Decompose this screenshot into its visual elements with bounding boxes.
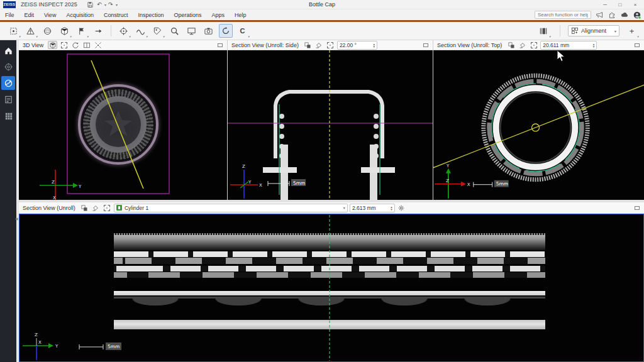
zoom-fit-icon[interactable] [103,204,112,212]
tool-arrow-icon[interactable] [92,24,106,38]
alignment-dropdown[interactable]: Alignment ▾ [568,25,619,36]
menu-edit[interactable]: Edit [19,11,40,19]
element-dropdown[interactable]: Cylinder 1 ▾ [114,204,348,212]
announcements-icon[interactable] [595,11,604,19]
rotate-view-icon[interactable] [70,41,80,49]
menu-apps[interactable]: Apps [207,11,230,19]
workspace-sidebar [0,40,16,362]
tool-sphere-icon[interactable] [41,24,55,38]
tool-target-icon[interactable]: ▾ [117,24,131,38]
panel-title: Section View (Unroll) [23,205,75,211]
section-side-overlay: Z X Y 5mm [228,50,433,200]
sidebar-item-digitize[interactable] [1,60,15,74]
menu-view[interactable]: View [39,11,61,19]
title-bar: ZEISS ZEISS INSPECT 2025 ↶ ▾ ↷ ▾ Bottle … [0,0,644,9]
section-plane-icon[interactable] [80,204,89,212]
sidebar-item-apps[interactable] [1,109,15,123]
svg-text:X: X [53,195,56,200]
maximize-panel-icon[interactable] [215,41,225,49]
svg-text:Z: Z [446,178,449,184]
unroll-settings-gear-icon[interactable] [397,204,406,212]
svg-text:Z: Z [52,180,55,185]
section-plane-icon[interactable] [506,41,516,49]
tool-display-icon[interactable] [185,24,199,38]
tool-barcode-icon[interactable]: ▾ [537,24,551,38]
tool-compare-button[interactable]: C▾ [236,24,250,38]
save-button[interactable] [86,1,95,8]
menu-construct[interactable]: Construct [99,11,133,19]
unroll-icon[interactable] [91,204,101,212]
svg-text:X: X [38,340,42,345]
tool-section-icon[interactable]: ▾ [134,24,148,38]
redo-button[interactable]: ↷ [106,1,115,8]
split-view-icon[interactable] [82,41,91,49]
svg-text:Y: Y [78,184,82,189]
maximize-button[interactable]: □ [613,0,628,9]
section-unroll-overlay: Z Y X 5mm [19,214,643,361]
view-3d-canvas[interactable]: Z Y X [19,50,227,200]
svg-text:Y: Y [248,180,252,185]
thickness-spinner[interactable]: 2.613 mm ▴▾ [350,204,395,212]
maximize-panel-icon[interactable] [632,41,641,49]
menu-acquisition[interactable]: Acquisition [61,11,99,19]
maximize-panel-icon[interactable] [632,204,641,212]
panel-title: Section View (Unroll: Top) [437,42,502,48]
svg-text:5mm: 5mm [108,344,119,349]
redo-caret-icon[interactable]: ▾ [116,3,118,7]
main-toolbar: ▾ ▾ ▾ ▾ ▾ ▾ ▾ C▾ ▾ Alignment ▾ +▾ [0,22,644,40]
search-input[interactable] [535,11,591,19]
section-top-canvas[interactable]: Y X Z 5mm [433,50,644,200]
minimize-button[interactable]: ─ [597,0,613,9]
maximize-panel-icon[interactable] [421,41,430,49]
tool-cad-icon[interactable]: ▾ [58,24,72,38]
tool-refresh-icon[interactable] [219,24,233,38]
add-alignment-button[interactable]: +▾ [625,24,639,38]
view-3d-overlay: Z Y X [19,50,227,200]
center-view-icon[interactable] [93,41,103,49]
menu-operations[interactable]: Operations [169,11,206,19]
menu-help[interactable]: Help [230,11,252,19]
panel-title: 3D View [23,42,43,48]
section-side-canvas[interactable]: Z X Y 5mm [228,50,433,200]
angle-spinner[interactable]: 22.00 ° ▴▾ [337,41,377,50]
tool-zoom-icon[interactable] [168,24,182,38]
toolbar-separator [111,25,111,36]
tool-mesh-icon[interactable]: ▾ [24,24,38,38]
menu-inspection[interactable]: Inspection [133,11,169,19]
panel-3d-view: 3D View [19,40,227,200]
alignment-icon [571,27,579,35]
offset-spinner[interactable]: 20.611 mm ▴▾ [540,41,597,50]
menu-file[interactable]: File [0,11,19,19]
panel-section-side: Section View (Unroll: Side) 22.00 ° ▴▾ [228,40,433,200]
sidebar-item-report[interactable] [1,92,15,106]
zeiss-logo: ZEISS [3,1,16,8]
unroll-icon[interactable] [518,41,527,49]
zoom-fit-icon[interactable] [529,41,538,49]
section-unroll-canvas[interactable]: Z Y X 5mm [19,214,644,362]
panel-section-top: Section View (Unroll: Top) 20.611 mm ▴▾ [433,40,644,200]
svg-text:5mm: 5mm [496,181,508,187]
unroll-icon[interactable] [314,41,324,49]
cloud-icon[interactable] [620,11,629,19]
tool-snapshot-icon[interactable] [202,24,216,38]
view-cube-icon[interactable] [48,41,57,49]
collapse-arrow-icon[interactable]: ◀ [15,216,18,221]
addons-icon[interactable] [608,11,616,19]
tool-point-icon[interactable]: ▾ [75,24,89,38]
sidebar-item-inspection[interactable] [1,76,15,90]
sidebar-item-home[interactable] [1,43,15,57]
zoom-fit-icon[interactable] [326,41,335,49]
svg-text:Z: Z [35,332,38,337]
close-button[interactable]: × [628,0,643,9]
panel-title: Section View (Unroll: Side) [231,42,299,48]
menu-bar: File Edit View Acquisition Construct Ins… [0,9,644,20]
svg-text:Y: Y [55,344,58,349]
tool-label-icon[interactable]: ▾ [151,24,165,38]
zoom-fit-icon[interactable] [59,41,69,49]
undo-button[interactable]: ↶ [95,1,104,8]
svg-text:Z: Z [242,164,245,169]
section-top-overlay: Y X Z 5mm [433,50,644,200]
user-avatar[interactable] [633,11,641,19]
tool-probe-icon[interactable]: ▾ [7,24,21,38]
section-plane-icon[interactable] [303,41,313,49]
